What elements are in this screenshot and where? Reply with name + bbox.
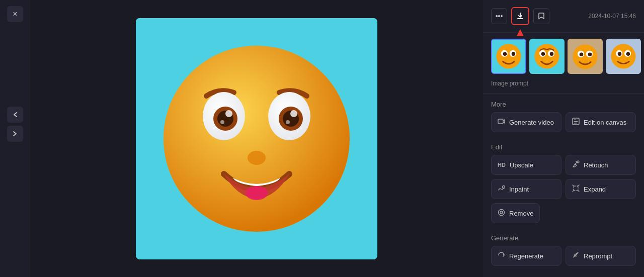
main-image-area	[30, 0, 483, 277]
more-options-button[interactable]: •••	[491, 8, 507, 24]
svg-point-12	[286, 120, 290, 124]
thumbnail-3[interactable]	[568, 39, 603, 74]
close-button[interactable]: ×	[7, 6, 23, 22]
inpaint-button[interactable]: Inpaint	[491, 179, 561, 199]
svg-point-31	[580, 52, 584, 56]
regenerate-label: Regenerate	[509, 252, 543, 260]
remove-icon	[498, 209, 505, 218]
thumbnails-row	[483, 33, 644, 78]
svg-point-25	[541, 52, 545, 56]
thumbnail-4[interactable]	[606, 39, 641, 74]
svg-point-9	[225, 110, 232, 117]
remove-row: Remove	[483, 203, 644, 227]
svg-point-34	[611, 44, 635, 68]
download-container: ▲	[511, 7, 529, 25]
edit-on-canvas-label: Edit on canvas	[584, 119, 626, 126]
canvas-icon	[572, 118, 580, 127]
inpaint-icon	[498, 184, 505, 194]
reprompt-label: Reprompt	[584, 252, 612, 260]
hd-icon: HD	[498, 162, 506, 168]
svg-point-38	[626, 52, 630, 56]
inpaint-label: Inpaint	[509, 186, 529, 193]
svg-point-37	[618, 52, 622, 56]
more-icon: •••	[496, 12, 503, 20]
generate-section-label: Generate	[483, 227, 644, 246]
more-section-label: More	[483, 94, 644, 112]
bookmark-button[interactable]	[533, 8, 549, 24]
retouch-icon	[572, 160, 580, 169]
svg-point-45	[500, 211, 503, 214]
edit-actions-grid: HD Upscale Retouch Inpaint	[483, 155, 644, 203]
generate-video-label: Generate video	[509, 119, 554, 126]
retouch-button[interactable]: Retouch	[566, 155, 636, 175]
regenerate-icon	[498, 251, 505, 260]
svg-point-11	[220, 120, 224, 124]
generate-section: Regenerate Reprompt	[483, 246, 644, 272]
reprompt-button[interactable]: Reprompt	[566, 246, 636, 266]
remove-button[interactable]: Remove	[491, 203, 540, 223]
svg-point-19	[503, 52, 507, 56]
svg-point-32	[588, 52, 592, 56]
video-icon	[498, 118, 505, 127]
download-icon	[516, 12, 524, 20]
remove-label: Remove	[509, 210, 533, 217]
svg-point-14	[246, 186, 268, 200]
expand-label: Expand	[584, 186, 606, 193]
right-panel: ••• ▲ 2024-10-07 15:46	[483, 0, 644, 277]
thumbnail-2[interactable]	[529, 39, 565, 74]
left-panel: ×	[0, 0, 30, 277]
download-button[interactable]	[511, 7, 529, 25]
svg-point-26	[550, 52, 554, 56]
upscale-label: Upscale	[510, 161, 533, 169]
emoji-image	[136, 18, 377, 259]
next-button[interactable]	[7, 126, 23, 142]
svg-point-44	[499, 210, 505, 216]
main-image	[136, 18, 377, 259]
image-prompt-label: Image prompt	[483, 78, 644, 94]
bookmark-icon	[537, 12, 545, 20]
upscale-button[interactable]: HD Upscale	[491, 155, 561, 175]
regenerate-button[interactable]: Regenerate	[491, 246, 561, 266]
edit-section-label: Edit	[483, 136, 644, 155]
more-actions-grid: Generate video Edit on canvas	[483, 112, 644, 136]
thumbnail-1[interactable]	[491, 39, 526, 74]
svg-rect-39	[498, 119, 503, 124]
prev-button[interactable]	[7, 107, 23, 123]
edit-on-canvas-button[interactable]: Edit on canvas	[566, 112, 636, 132]
right-top-bar: ••• ▲ 2024-10-07 15:46	[483, 0, 644, 33]
nav-arrows	[7, 107, 23, 142]
generate-video-button[interactable]: Generate video	[491, 112, 561, 132]
svg-point-2	[164, 46, 350, 232]
svg-point-41	[577, 161, 579, 163]
reprompt-icon	[572, 251, 580, 260]
svg-point-28	[573, 44, 597, 69]
svg-point-20	[512, 52, 516, 56]
svg-point-10	[290, 110, 297, 117]
expand-button[interactable]: Expand	[566, 179, 636, 199]
expand-icon	[572, 184, 580, 194]
timestamp: 2024-10-07 15:46	[588, 13, 636, 20]
svg-point-16	[496, 44, 521, 68]
retouch-label: Retouch	[584, 161, 608, 169]
generate-grid: Regenerate Reprompt	[491, 246, 636, 266]
svg-point-13	[248, 151, 266, 165]
